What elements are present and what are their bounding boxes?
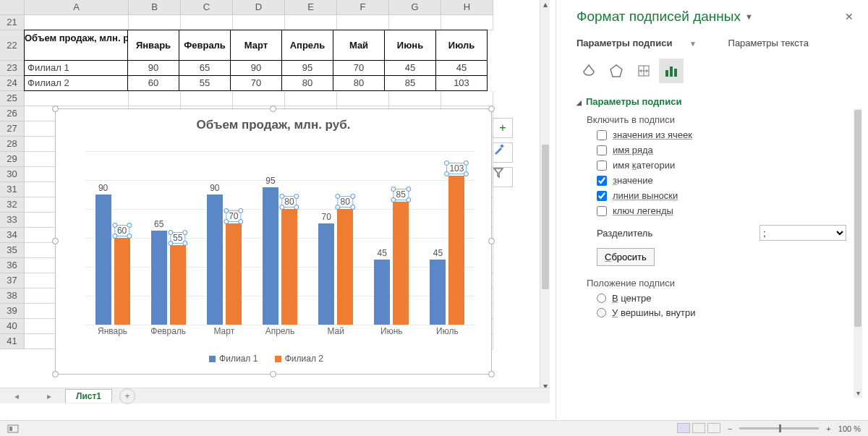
resize-handle[interactable] — [270, 106, 276, 112]
scroll-thumb[interactable] — [542, 145, 549, 289]
column-header[interactable]: G — [389, 0, 441, 15]
table-cell[interactable]: 70 — [333, 60, 385, 76]
legend-item[interactable]: Филиал 2 — [285, 354, 323, 364]
bar[interactable] — [151, 231, 167, 325]
bar[interactable] — [226, 223, 242, 325]
bar[interactable] — [170, 245, 186, 325]
checkbox-value[interactable]: значение — [597, 175, 846, 186]
row-header[interactable]: 23 — [0, 61, 25, 76]
scroll-up-icon[interactable]: ▴ — [540, 0, 550, 10]
x-axis-label[interactable]: Июнь — [380, 326, 403, 336]
cell[interactable] — [129, 91, 181, 106]
separator-select[interactable]: ; — [760, 225, 846, 241]
pane-dropdown-icon[interactable]: ▼ — [745, 12, 753, 21]
resize-handle[interactable] — [488, 238, 495, 244]
row-header[interactable]: 39 — [0, 304, 25, 319]
x-axis-label[interactable]: Январь — [98, 326, 127, 336]
table-cell[interactable]: 55 — [179, 75, 231, 91]
x-axis-label[interactable]: Февраль — [150, 326, 186, 336]
bar[interactable] — [337, 209, 353, 325]
table-cell[interactable]: 103 — [435, 75, 488, 91]
row-header[interactable]: 25 — [0, 91, 25, 106]
data-label[interactable]: 95 — [265, 176, 275, 186]
reset-button[interactable]: Сбросить — [597, 248, 655, 266]
chart-title[interactable]: Объем продаж, млн. руб. — [56, 118, 491, 132]
data-label[interactable]: 70 — [226, 210, 241, 222]
table-cell[interactable]: 80 — [281, 75, 333, 91]
cell[interactable] — [233, 15, 285, 30]
cell[interactable] — [181, 91, 233, 106]
table-cell[interactable]: 85 — [384, 75, 436, 91]
cell[interactable] — [389, 91, 441, 106]
table-cell[interactable]: Филиал 1 — [24, 60, 128, 76]
zoom-in-button[interactable]: + — [826, 424, 830, 433]
resize-handle[interactable] — [52, 106, 59, 112]
scroll-thumb[interactable] — [854, 110, 861, 327]
data-label[interactable]: 80 — [337, 196, 352, 208]
table-cell[interactable]: 70 — [230, 75, 282, 91]
zoom-slider[interactable] — [739, 427, 819, 429]
column-header[interactable]: E — [285, 0, 337, 15]
column-header[interactable]: F — [337, 0, 389, 15]
row-header[interactable]: 24 — [0, 76, 25, 91]
row-header[interactable]: 41 — [0, 334, 25, 349]
row-header[interactable]: 37 — [0, 273, 25, 288]
table-header-cell[interactable]: Март — [230, 30, 282, 61]
table-cell[interactable]: 65 — [179, 60, 231, 76]
fill-line-tab-icon[interactable] — [576, 59, 601, 83]
data-label[interactable]: 85 — [393, 189, 409, 200]
pane-scrollbar[interactable]: ▴ ▾ — [854, 108, 862, 398]
column-header[interactable]: B — [129, 0, 181, 15]
table-cell[interactable]: 45 — [435, 60, 488, 76]
cell[interactable] — [389, 15, 441, 30]
table-cell[interactable]: Филиал 2 — [24, 75, 128, 91]
bar[interactable] — [114, 238, 130, 325]
resize-handle[interactable] — [488, 106, 495, 112]
bar[interactable] — [318, 223, 334, 325]
checkbox-category-name[interactable]: имя категории — [597, 160, 846, 171]
scroll-down-icon[interactable]: ▾ — [854, 389, 862, 398]
effects-tab-icon[interactable] — [604, 59, 629, 83]
label-options-tab-icon[interactable] — [659, 59, 684, 83]
checkbox-leader-lines[interactable]: линии выноски — [597, 190, 846, 201]
cell[interactable] — [25, 15, 129, 30]
data-label[interactable]: 45 — [433, 248, 443, 258]
sheet-nav[interactable]: ◂▸ — [0, 391, 65, 401]
x-axis-label[interactable]: Май — [327, 326, 344, 336]
cell[interactable] — [285, 15, 337, 30]
table-cell[interactable]: 60 — [127, 75, 179, 91]
bar[interactable] — [95, 195, 111, 325]
table-cell[interactable]: 95 — [281, 60, 333, 76]
zoom-level[interactable]: 100 % — [838, 424, 861, 433]
cell[interactable] — [129, 15, 181, 30]
cell[interactable] — [441, 91, 493, 106]
data-label[interactable]: 90 — [210, 183, 219, 193]
x-axis-label[interactable]: Март — [213, 326, 234, 336]
data-label[interactable]: 60 — [114, 225, 129, 236]
table-header-cell[interactable]: Апрель — [281, 30, 333, 61]
column-header[interactable]: C — [181, 0, 233, 15]
checkbox-series-name[interactable]: имя ряда — [597, 145, 846, 155]
chart-styles-button[interactable] — [493, 142, 513, 163]
bar[interactable] — [263, 187, 278, 325]
bar[interactable] — [393, 202, 409, 325]
checkbox-legend-key[interactable]: ключ легенды — [597, 205, 846, 216]
column-header[interactable]: A — [25, 0, 129, 15]
section-header[interactable]: Параметры подписи — [576, 96, 846, 107]
row-header[interactable]: 33 — [0, 213, 25, 228]
x-axis-label[interactable]: Июль — [436, 326, 459, 336]
row-header[interactable]: 21 — [0, 15, 25, 30]
bar[interactable] — [374, 260, 390, 325]
column-header[interactable]: D — [233, 0, 285, 15]
radio-center[interactable]: В центре — [597, 293, 846, 304]
resize-handle[interactable] — [270, 371, 276, 377]
vertical-scrollbar[interactable]: ▴ ▾ — [540, 0, 550, 392]
table-cell[interactable]: 90 — [127, 60, 179, 76]
chart-object[interactable]: Объем продаж, млн. руб. 0204060801001209… — [55, 108, 492, 375]
row-header[interactable]: 35 — [0, 243, 25, 258]
legend-item[interactable]: Филиал 1 — [219, 354, 258, 364]
data-label[interactable]: 90 — [98, 183, 108, 193]
view-buttons[interactable] — [675, 423, 720, 435]
cell[interactable] — [285, 91, 337, 106]
table-header-cell[interactable]: Июнь — [384, 30, 436, 61]
